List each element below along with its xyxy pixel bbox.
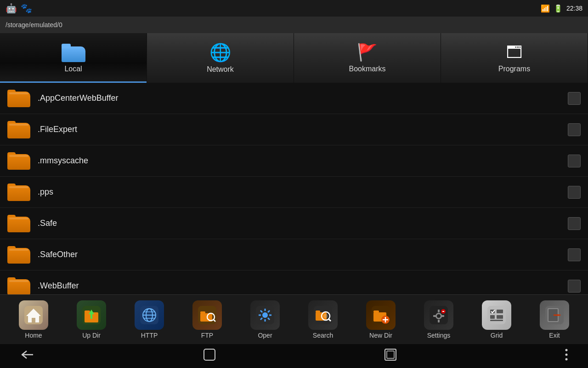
home-icon bbox=[19, 300, 48, 330]
battery-icon: 🔋 bbox=[554, 4, 563, 13]
svg-rect-29 bbox=[316, 310, 320, 313]
list-item[interactable]: .Safe bbox=[0, 208, 588, 239]
list-item[interactable]: .SafeOther bbox=[0, 239, 588, 270]
bookmarks-flag-icon: 🚩 bbox=[357, 43, 378, 62]
tab-network[interactable]: 🌐 Network bbox=[147, 33, 294, 83]
tab-local-label: Local bbox=[64, 65, 82, 73]
settings-button[interactable]: Settings bbox=[423, 300, 455, 339]
svg-rect-44 bbox=[433, 315, 436, 317]
file-name: .SafeOther bbox=[38, 250, 568, 259]
oper-label: Oper bbox=[258, 332, 272, 339]
home-nav-button[interactable] bbox=[192, 345, 227, 368]
svg-point-18 bbox=[262, 312, 268, 318]
tab-bar[interactable]: Local 🌐 Network 🚩 Bookmarks 🗔 Programs bbox=[0, 33, 588, 83]
status-right: 📶 🔋 22:38 bbox=[541, 4, 582, 13]
search-button[interactable]: Search bbox=[307, 300, 339, 339]
svg-rect-14 bbox=[200, 311, 205, 314]
list-item[interactable]: .FileExpert bbox=[0, 114, 588, 145]
file-name: .pps bbox=[38, 187, 568, 197]
status-bar: 🤖 🐾 📶 🔋 22:38 bbox=[0, 0, 588, 17]
settings-label: Settings bbox=[427, 332, 451, 339]
home-label: Home bbox=[25, 332, 42, 339]
exit-button[interactable]: Exit bbox=[538, 300, 571, 339]
file-name: .Safe bbox=[38, 218, 568, 228]
svg-point-32 bbox=[323, 314, 328, 318]
svg-point-41 bbox=[437, 314, 441, 318]
local-folder-icon bbox=[62, 43, 85, 62]
file-checkbox[interactable] bbox=[568, 248, 581, 261]
folder-icon bbox=[7, 246, 30, 264]
svg-rect-50 bbox=[497, 310, 503, 313]
tab-programs-label: Programs bbox=[498, 65, 530, 73]
oper-button[interactable]: Oper bbox=[249, 300, 281, 339]
list-item[interactable]: .pps bbox=[0, 177, 588, 208]
list-item[interactable]: .AppCenterWebBuffer bbox=[0, 83, 588, 114]
settings-icon bbox=[424, 300, 453, 330]
file-checkbox[interactable] bbox=[568, 280, 581, 293]
updir-button[interactable]: Up Dir bbox=[75, 300, 107, 339]
grid-icon bbox=[482, 300, 511, 330]
recent-button[interactable] bbox=[373, 345, 408, 368]
file-name: .FileExpert bbox=[38, 125, 568, 134]
search-label: Search bbox=[313, 332, 333, 339]
folder-icon bbox=[7, 184, 30, 201]
folder-icon bbox=[7, 152, 30, 170]
svg-rect-51 bbox=[490, 315, 495, 319]
http-icon bbox=[135, 300, 164, 330]
list-item[interactable]: .mmsyscache bbox=[0, 145, 588, 177]
nav-bar[interactable] bbox=[0, 344, 588, 368]
android-icon: 🤖 bbox=[6, 3, 17, 14]
file-list[interactable]: .AppCenterWebBuffer .FileExpert .mmsysca… bbox=[0, 83, 588, 294]
file-name: .mmsyscache bbox=[38, 156, 568, 166]
folder-icon bbox=[7, 121, 30, 138]
status-left: 🤖 🐾 bbox=[6, 3, 32, 14]
folder-icon bbox=[7, 90, 30, 107]
wifi-icon: 📶 bbox=[541, 4, 550, 13]
list-item[interactable]: .WebBuffer bbox=[0, 270, 588, 294]
file-checkbox[interactable] bbox=[568, 123, 581, 136]
tab-bookmarks-label: Bookmarks bbox=[349, 65, 385, 73]
tab-bookmarks[interactable]: 🚩 Bookmarks bbox=[294, 33, 441, 83]
svg-rect-35 bbox=[373, 310, 379, 313]
menu-button[interactable] bbox=[554, 345, 579, 367]
file-checkbox[interactable] bbox=[568, 217, 581, 230]
folder-icon bbox=[7, 215, 30, 232]
file-checkbox[interactable] bbox=[568, 155, 581, 167]
folder-icon bbox=[7, 277, 30, 295]
svg-rect-60 bbox=[204, 349, 215, 360]
app-icon: 🐾 bbox=[21, 3, 32, 14]
grid-label: Grid bbox=[491, 332, 503, 339]
updir-icon bbox=[77, 300, 106, 330]
file-checkbox[interactable] bbox=[568, 186, 581, 199]
bottom-toolbar[interactable]: Home Up Dir HTTP bbox=[0, 294, 588, 344]
svg-rect-48 bbox=[487, 306, 506, 324]
http-label: HTTP bbox=[141, 332, 158, 339]
programs-icon: 🗔 bbox=[506, 43, 523, 62]
file-name: .WebBuffer bbox=[38, 281, 568, 291]
back-button[interactable] bbox=[9, 345, 46, 367]
ftp-icon bbox=[192, 300, 222, 330]
file-name: .AppCenterWebBuffer bbox=[38, 93, 568, 103]
path-bar: /storage/emulated/0 bbox=[0, 17, 588, 33]
tab-programs[interactable]: 🗔 Programs bbox=[441, 33, 588, 83]
newdir-icon bbox=[366, 300, 396, 330]
svg-rect-45 bbox=[441, 315, 444, 317]
svg-point-63 bbox=[565, 349, 568, 351]
svg-rect-53 bbox=[490, 320, 503, 321]
svg-rect-62 bbox=[387, 351, 394, 358]
http-button[interactable]: HTTP bbox=[133, 300, 165, 339]
svg-rect-52 bbox=[497, 315, 503, 319]
file-checkbox[interactable] bbox=[568, 92, 581, 105]
ftp-button[interactable]: FTP bbox=[191, 300, 223, 339]
svg-point-65 bbox=[565, 358, 568, 361]
oper-icon bbox=[250, 300, 280, 330]
tab-local[interactable]: Local bbox=[0, 33, 147, 83]
newdir-button[interactable]: New Dir bbox=[365, 300, 397, 339]
ftp-label: FTP bbox=[201, 332, 213, 339]
home-button[interactable]: Home bbox=[17, 300, 50, 339]
tab-network-label: Network bbox=[207, 65, 234, 74]
updir-label: Up Dir bbox=[82, 332, 101, 339]
search-icon bbox=[308, 300, 338, 330]
grid-button[interactable]: Grid bbox=[481, 300, 513, 339]
exit-label: Exit bbox=[549, 332, 560, 339]
